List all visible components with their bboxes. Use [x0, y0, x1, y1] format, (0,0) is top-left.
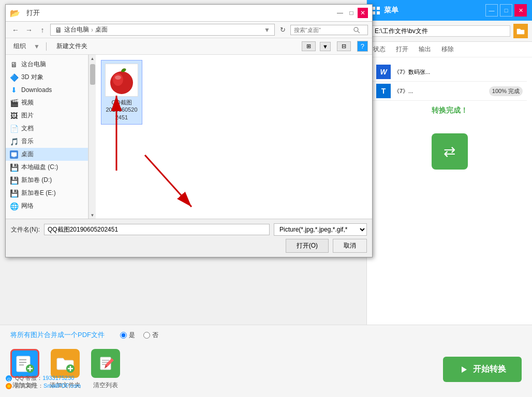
svg-point-25 — [115, 75, 121, 80]
sidebar-label-downloads: Downloads — [21, 86, 52, 94]
svg-rect-22 — [12, 156, 15, 157]
pictures-icon: 🖼 — [10, 112, 18, 120]
sidebar-label-music: 音乐 — [21, 137, 34, 146]
svg-line-20 — [358, 31, 360, 33]
scroll-up-arrow[interactable]: ▲ — [89, 55, 96, 62]
file-name-1: 《7》数码张... — [394, 68, 430, 76]
filetype-select[interactable]: Picture(*.jpg,*.jpeg,*.gif,*.bm — [274, 223, 367, 236]
sidebar-item-video[interactable]: 🎬 视频 — [6, 96, 88, 109]
view-btn-2[interactable]: ⊟ — [337, 41, 351, 51]
breadcrumb-dropdown-icon[interactable]: ▼ — [264, 26, 270, 34]
output-label[interactable]: 输出 — [419, 45, 431, 54]
open-button[interactable]: 打开(O) — [286, 239, 329, 253]
svg-point-19 — [354, 27, 358, 32]
docs-icon: 📄 — [10, 125, 18, 133]
dialog-maximize-button[interactable]: □ — [346, 8, 357, 18]
site-url[interactable]: SmallPDF.com — [43, 383, 81, 389]
right-panel-content: W 《7》数码张... T 《7》... 100% 完成 转换完成！ — [367, 57, 532, 126]
sidebar-item-music[interactable]: 🎵 音乐 — [6, 135, 88, 148]
path-input[interactable] — [371, 25, 510, 37]
close-button[interactable]: ✕ — [514, 4, 527, 17]
search-bar — [290, 25, 368, 35]
svg-rect-21 — [11, 152, 17, 156]
qq-number[interactable]: 1933175230 — [42, 375, 74, 381]
scroll-down-arrow[interactable]: ▼ — [89, 211, 96, 219]
breadcrumb-computer-icon: 🖥 — [55, 26, 62, 34]
filename-row: 文件名(N): Picture(*.jpg,*.jpeg,*.gif,*.bm — [11, 223, 367, 236]
sidebar-item-computer[interactable]: 🖥 这台电脑 — [6, 58, 88, 71]
open-label[interactable]: 打开 — [396, 45, 408, 54]
nav-forward-button[interactable]: → — [23, 24, 35, 36]
radio-no[interactable]: 否 — [143, 331, 158, 340]
video-icon: 🎬 — [10, 99, 18, 107]
clear-button[interactable]: 清空列表 — [91, 349, 120, 390]
radio-no-input[interactable] — [143, 332, 150, 339]
radio-yes[interactable]: 是 — [120, 331, 135, 340]
add-file-icon — [10, 349, 39, 378]
cancel-button[interactable]: 取消 — [333, 239, 367, 253]
status-label: 状态 — [373, 45, 386, 54]
sidebar-label-desktop: 桌面 — [21, 150, 34, 159]
play-icon — [459, 364, 469, 375]
yes-label: 是 — [129, 331, 135, 340]
qq-label: Q QQ 客服：1933175230 — [5, 375, 74, 381]
search-input[interactable] — [294, 27, 351, 33]
dialog-toolbar: 组织 ▼ 新建文件夹 ⊞ ▼ ⊟ ? — [6, 38, 372, 55]
sidebar-item-pictures[interactable]: 🖼 图片 — [6, 109, 88, 122]
sidebar-label-drive-d: 新加卷 (D:) — [21, 176, 52, 185]
sidebar-label-video: 视频 — [21, 98, 34, 107]
file-entry-2: T 《7》... 100% 完成 — [372, 82, 527, 101]
breadcrumb-computer: 这台电脑 — [64, 25, 89, 34]
nav-back-button[interactable]: ← — [10, 24, 21, 36]
filename-label: 文件名(N): — [11, 225, 40, 234]
maximize-button[interactable]: □ — [500, 4, 512, 17]
minimize-button[interactable]: — — [485, 4, 498, 17]
sidebar-item-drive-d[interactable]: 💾 新加卷 (D:) — [6, 174, 88, 187]
right-panel-title: 菜单 — [384, 6, 485, 15]
dialog-folder-icon: 📂 — [10, 8, 20, 18]
pdf-merge-row: 将所有图片合并成一个PDF文件 是 否 — [0, 325, 532, 345]
view-btn-dropdown[interactable]: ▼ — [320, 42, 331, 51]
dialog-nav: ← → ↑ 🖥 这台电脑 › 桌面 ▼ ↻ — [6, 22, 372, 38]
clear-label: 清空列表 — [93, 381, 118, 390]
sidebar-item-network[interactable]: 🌐 网络 — [6, 200, 88, 212]
bottom-area: 将所有图片合并成一个PDF文件 是 否 — [0, 325, 532, 397]
dialog-sidebar: 🖥 这台电脑 🔷 3D 对象 ⬇ Downloads 🎬 视频 🖼 图片 📄 — [6, 55, 88, 219]
sidebar-scrollbar[interactable]: ▲ ▼ — [88, 55, 96, 219]
sidebar-label-pictures: 图片 — [21, 111, 34, 120]
start-convert-button[interactable]: 开始转换 — [443, 357, 522, 382]
convert-arrow-area: ⇄ — [367, 128, 532, 175]
file-label-qq: QQ截图20190605202451 — [105, 99, 139, 121]
sidebar-item-drive-e[interactable]: 💾 新加卷E (E:) — [6, 187, 88, 200]
remove-label[interactable]: 移除 — [441, 45, 454, 54]
qq-icon: Q — [5, 375, 12, 382]
desktop-icon — [10, 150, 18, 159]
nav-up-button[interactable]: ↑ — [37, 24, 48, 36]
new-folder-button[interactable]: 新建文件夹 — [53, 40, 91, 52]
network-icon: 🌐 — [10, 202, 18, 210]
drive-c-icon: 💾 — [10, 163, 18, 172]
browse-folder-button[interactable] — [513, 24, 528, 38]
right-panel-header: 菜单 — □ ✕ — [367, 0, 532, 21]
radio-yes-input[interactable] — [120, 332, 127, 339]
right-panel-toolbar: 状态 打开 输出 移除 — [367, 42, 532, 57]
win-controls: — □ ✕ — [485, 4, 527, 17]
file-entry-1: W 《7》数码张... — [372, 63, 527, 82]
sidebar-item-docs[interactable]: 📄 文档 — [6, 122, 88, 135]
merge-label: 将所有图片合并成一个PDF文件 — [10, 330, 105, 340]
dialog-close-button[interactable]: ✕ — [358, 8, 368, 18]
file-item-qq[interactable]: QQ截图20190605202451 — [101, 60, 142, 125]
menu-icon — [372, 7, 380, 14]
filename-input[interactable] — [44, 224, 270, 235]
scroll-thumb[interactable] — [90, 64, 95, 85]
sidebar-item-desktop[interactable]: 桌面 — [6, 148, 88, 161]
refresh-button[interactable]: ↻ — [277, 24, 288, 36]
view-btn-1[interactable]: ⊞ — [302, 41, 316, 51]
sidebar-item-downloads[interactable]: ⬇ Downloads — [6, 84, 88, 96]
dialog-minimize-button[interactable]: — — [335, 8, 345, 18]
help-button[interactable]: ? — [357, 41, 368, 52]
sidebar-item-drive-c[interactable]: 💾 本地磁盘 (C:) — [6, 161, 88, 174]
svg-text:Q: Q — [7, 377, 10, 381]
organize-button[interactable]: 组织 — [10, 40, 29, 52]
sidebar-item-3d[interactable]: 🔷 3D 对象 — [6, 71, 88, 84]
